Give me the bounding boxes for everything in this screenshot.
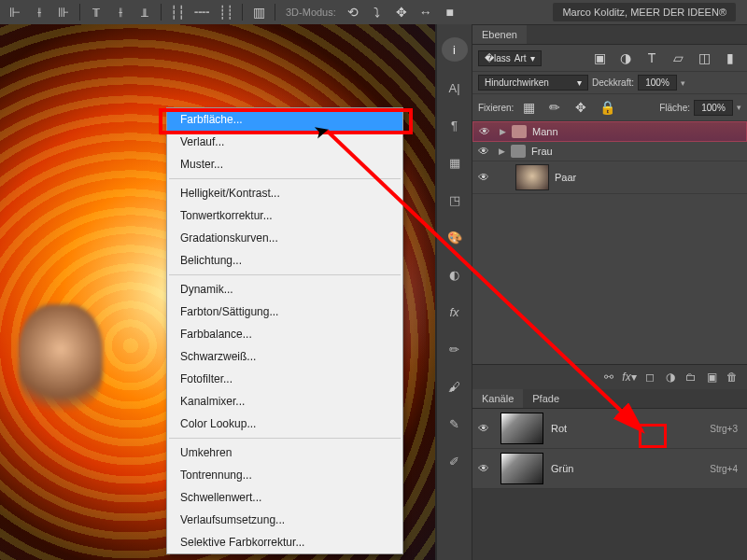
align-top-icon[interactable]: ⫪ <box>85 2 107 22</box>
align-vmid-icon[interactable]: ⫲ <box>109 2 132 22</box>
roll3d-icon[interactable]: ⤵ <box>366 2 388 22</box>
annotation-highlight-menu <box>159 108 413 134</box>
lock-all-icon[interactable]: 🔒 <box>596 97 618 118</box>
folder-icon <box>512 125 527 138</box>
filter-adjust-icon[interactable]: ◑ <box>614 48 637 68</box>
channel-row-red[interactable]: 👁 Rot Strg+3 <box>472 409 747 449</box>
slide3d-icon[interactable]: ↔ <box>415 2 437 22</box>
align-right-icon[interactable]: ⊪ <box>52 2 75 22</box>
author-badge: Marco Kolditz, MEER DER IDEEN® <box>553 3 736 21</box>
layers-panel: Ebenen �lass Art ▾ ▣ ◑ T ▱ ◫ ▮ Hindurchw… <box>472 24 747 389</box>
filter-pixel-icon[interactable]: ▣ <box>588 48 611 68</box>
align-bottom-icon[interactable]: ⫫ <box>134 2 156 22</box>
align-left-icon[interactable]: ⊩ <box>4 2 26 22</box>
menu-item-photofilter[interactable]: Fotofilter... <box>167 368 402 390</box>
info-panel-icon[interactable]: i <box>442 37 468 62</box>
brush-preset1-icon[interactable]: ✏ <box>442 338 468 360</box>
opacity-label: Deckkraft: <box>592 77 634 88</box>
filter-smart-icon[interactable]: ◫ <box>693 48 715 68</box>
lock-transparent-icon[interactable]: ▦ <box>517 97 540 118</box>
tab-channels[interactable]: Kanäle <box>472 389 523 408</box>
fill-input[interactable]: 100% <box>694 100 733 116</box>
channel-thumbnail <box>500 413 543 444</box>
brush-preset2-icon[interactable]: 🖌 <box>442 375 468 398</box>
delete-layer-icon[interactable]: 🗑 <box>723 369 741 385</box>
new-group-icon[interactable]: 🗀 <box>682 369 700 385</box>
visibility-toggle-icon[interactable]: 👁 <box>479 125 494 138</box>
menu-item-gradient-map[interactable]: Verlaufsumsetzung... <box>167 509 402 531</box>
auto-align-icon[interactable]: ▥ <box>247 2 270 22</box>
new-layer-icon[interactable]: ▣ <box>702 369 721 385</box>
menu-item-color-balance[interactable]: Farbbalance... <box>167 323 402 345</box>
adjustment-layer-context-menu: Farbfläche... Verlauf... Muster... Helli… <box>166 107 403 554</box>
color-panel-icon[interactable]: 🎨 <box>442 226 468 248</box>
visibility-toggle-icon[interactable]: 👁 <box>478 462 493 475</box>
menu-item-pattern[interactable]: Muster... <box>167 153 402 175</box>
navigator-panel-icon[interactable]: ◳ <box>442 189 468 211</box>
styles-panel-icon[interactable]: fx <box>442 301 468 323</box>
menu-item-brightness[interactable]: Helligkeit/Kontrast... <box>167 182 402 204</box>
collapsed-panel-strip: i A| ¶ ▦ ◳ 🎨 ◐ fx ✏ 🖌 ✎ ✐ <box>437 24 472 560</box>
adjustments-panel-icon[interactable]: ◐ <box>442 263 468 286</box>
brush-preset4-icon[interactable]: ✐ <box>442 450 468 472</box>
channels-panel: Kanäle Pfade 👁 Rot Strg+3 👁 Grün Strg+4 <box>472 389 747 489</box>
tab-layers[interactable]: Ebenen <box>472 25 527 44</box>
scale3d-icon[interactable]: ■ <box>439 2 461 22</box>
align-center-icon[interactable]: ⫲ <box>28 2 50 22</box>
distribute-h-icon[interactable]: ┆┆ <box>166 2 189 22</box>
pan3d-icon[interactable]: ✥ <box>390 2 413 22</box>
menu-item-levels[interactable]: Tonwertkorrektur... <box>167 204 402 227</box>
layer-style-icon[interactable]: fx▾ <box>620 369 639 385</box>
menu-item-color-lookup[interactable]: Color Lookup... <box>167 413 402 435</box>
paragraph-panel-icon[interactable]: ¶ <box>442 114 468 136</box>
tab-paths[interactable]: Pfade <box>523 389 569 408</box>
menu-item-bw[interactable]: Schwarzweiß... <box>167 345 402 368</box>
channel-row-green[interactable]: 👁 Grün Strg+4 <box>472 449 747 489</box>
menu-item-hue-sat[interactable]: Farbton/Sättigung... <box>167 301 402 323</box>
orbit3d-icon[interactable]: ⟲ <box>342 2 364 22</box>
fill-label: Fläche: <box>659 103 690 113</box>
layer-filter-type[interactable]: �lass Art ▾ <box>478 50 542 66</box>
menu-item-curves[interactable]: Gradationskurven... <box>167 227 402 249</box>
menu-item-threshold[interactable]: Schwellenwert... <box>167 486 402 509</box>
menu-item-invert[interactable]: Umkehren <box>167 441 402 464</box>
filter-type-icon[interactable]: T <box>641 48 663 68</box>
lock-pixels-icon[interactable]: ✏ <box>543 97 566 118</box>
link-layers-icon[interactable]: ⚯ <box>599 369 618 385</box>
mode3d-label: 3D-Modus: <box>286 7 336 18</box>
layer-row-paar[interactable]: 👁 Paar <box>472 161 747 194</box>
layer-row-mann[interactable]: 👁 ▶ Mann <box>472 121 747 142</box>
visibility-toggle-icon[interactable]: 👁 <box>478 422 493 435</box>
filter-shape-icon[interactable]: ▱ <box>667 48 689 68</box>
annotation-highlight-button <box>639 424 667 448</box>
folder-icon <box>511 145 526 158</box>
opacity-input[interactable]: 100% <box>638 75 677 91</box>
expand-icon[interactable]: ▶ <box>499 147 505 156</box>
brush-preset3-icon[interactable]: ✎ <box>442 413 468 435</box>
layer-row-frau[interactable]: 👁 ▶ Frau <box>472 142 747 161</box>
new-adjustment-layer-icon[interactable]: ◑ <box>661 369 680 385</box>
menu-item-vibrance[interactable]: Dynamik... <box>167 278 402 301</box>
swatches-panel-icon[interactable]: ▦ <box>442 151 468 174</box>
expand-icon[interactable]: ▶ <box>500 127 506 136</box>
layers-panel-footer: ⚯ fx▾ ◻ ◑ 🗀 ▣ 🗑 <box>472 364 747 389</box>
layer-thumbnail <box>515 164 549 190</box>
lock-label: Fixieren: <box>478 103 514 113</box>
character-panel-icon[interactable]: A| <box>442 77 468 99</box>
menu-item-channel-mixer[interactable]: Kanalmixer... <box>167 390 402 413</box>
distribute-3-icon[interactable]: ┊┊ <box>215 2 237 22</box>
lock-position-icon[interactable]: ✥ <box>570 97 592 118</box>
visibility-toggle-icon[interactable]: 👁 <box>478 145 493 158</box>
visibility-toggle-icon[interactable]: 👁 <box>478 171 493 184</box>
menu-item-selective-color[interactable]: Selektive Farbkorrektur... <box>167 531 402 553</box>
channel-thumbnail <box>500 453 543 484</box>
menu-item-posterize[interactable]: Tontrennung... <box>167 464 402 486</box>
blend-mode-select[interactable]: Hindurchwirken ▾ <box>478 75 588 91</box>
options-bar: ⊩ ⫲ ⊪ ⫪ ⫲ ⫫ ┆┆ ╌╌ ┊┊ ▥ 3D-Modus: ⟲ ⤵ ✥ ↔… <box>0 0 747 24</box>
distribute-v-icon[interactable]: ╌╌ <box>190 2 213 22</box>
filter-toggle-icon[interactable]: ▮ <box>719 48 741 68</box>
add-mask-icon[interactable]: ◻ <box>641 369 659 385</box>
menu-item-exposure[interactable]: Belichtung... <box>167 249 402 272</box>
